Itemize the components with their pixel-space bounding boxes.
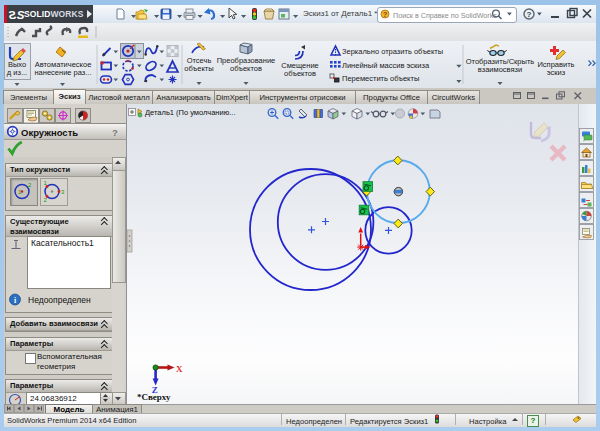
svg-text:*Сверху: *Сверху (137, 392, 171, 402)
svg-text:1: 1 (44, 180, 48, 186)
svg-text:Зеркально отразить объекты: Зеркально отразить объекты (342, 47, 443, 56)
svg-text:эскиз: эскиз (547, 68, 566, 77)
svg-text:взаимосвязи: взаимосвязи (478, 65, 522, 74)
svg-text:объекты: объекты (184, 64, 213, 73)
svg-text:?: ? (527, 10, 532, 19)
svg-text:Деталь1 (По умолчанию...: Деталь1 (По умолчанию... (145, 108, 236, 117)
svg-text:?: ? (383, 10, 388, 19)
svg-text:объектов: объектов (230, 64, 262, 73)
svg-text:3: 3 (61, 189, 65, 195)
svg-text:Переместить объекты: Переместить объекты (342, 74, 419, 83)
svg-text:Линейный массив эскиза: Линейный массив эскиза (342, 61, 430, 70)
svg-text:X: X (176, 364, 183, 374)
svg-text:нанесение раз...: нанесение раз... (34, 68, 91, 77)
svg-text:2: 2 (28, 182, 32, 188)
svg-text:объектов: объектов (284, 69, 316, 78)
svg-text:S: S (8, 9, 16, 21)
svg-text:д из...: д из... (7, 68, 27, 77)
